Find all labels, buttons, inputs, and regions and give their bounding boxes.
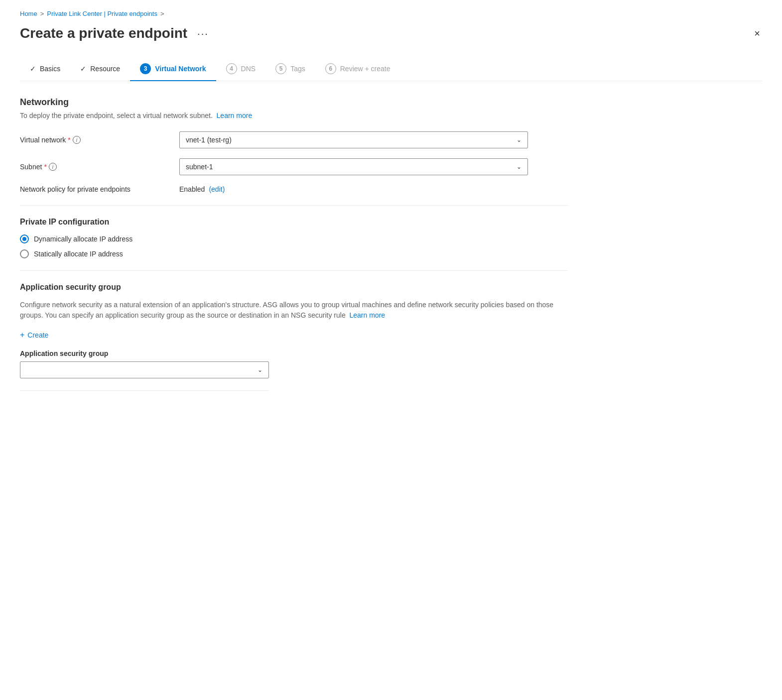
network-policy-value: Enabled bbox=[179, 185, 205, 193]
tab-virtual-network-label: Virtual Network bbox=[155, 65, 206, 73]
networking-desc-text: To deploy the private endpoint, select a… bbox=[20, 112, 213, 119]
tab-tags[interactable]: 5 Tags bbox=[265, 57, 315, 81]
breadcrumb-home[interactable]: Home bbox=[20, 10, 37, 17]
virtual-network-value: vnet-1 (test-rg) bbox=[186, 136, 232, 144]
network-policy-row: Network policy for private endpoints Ena… bbox=[20, 185, 568, 193]
network-policy-value-area: Enabled (edit) bbox=[179, 185, 528, 193]
virtual-network-info-icon[interactable]: i bbox=[73, 136, 81, 144]
subnet-control: subnet-1 ⌄ bbox=[179, 158, 528, 175]
breadcrumb-private-link[interactable]: Private Link Center | Private endpoints bbox=[47, 10, 157, 17]
subnet-required: * bbox=[44, 163, 46, 171]
subnet-info-icon[interactable]: i bbox=[49, 163, 57, 171]
networking-description: To deploy the private endpoint, select a… bbox=[20, 112, 568, 119]
asg-create-label: Create bbox=[27, 331, 48, 339]
breadcrumb-sep1: > bbox=[40, 10, 44, 17]
asg-learn-more[interactable]: Learn more bbox=[350, 311, 386, 319]
asg-description: Configure network security as a natural … bbox=[20, 300, 568, 321]
subnet-row: Subnet * i subnet-1 ⌄ bbox=[20, 158, 568, 175]
page-header: Create a private endpoint ··· × bbox=[20, 25, 762, 41]
virtual-network-dropdown[interactable]: vnet-1 (test-rg) ⌄ bbox=[179, 131, 528, 148]
radio-static-btn[interactable] bbox=[20, 249, 29, 258]
subnet-value: subnet-1 bbox=[186, 163, 213, 171]
private-ip-title: Private IP configuration bbox=[20, 218, 568, 227]
tab-virtual-network[interactable]: 3 Virtual Network bbox=[130, 57, 216, 81]
networking-title: Networking bbox=[20, 97, 568, 108]
divider-2 bbox=[20, 270, 568, 271]
close-button[interactable]: × bbox=[752, 26, 762, 40]
asg-section: Application security group Configure net… bbox=[20, 283, 568, 391]
subnet-chevron-icon: ⌄ bbox=[517, 163, 521, 170]
tab-basics[interactable]: ✓ Basics bbox=[20, 59, 70, 80]
asg-dropdown-container: Application security group ⌄ bbox=[20, 350, 269, 391]
page-title: Create a private endpoint bbox=[20, 25, 187, 41]
more-options-button[interactable]: ··· bbox=[193, 26, 213, 41]
breadcrumb-sep2: > bbox=[160, 10, 164, 17]
network-policy-edit-link[interactable]: (edit) bbox=[209, 185, 225, 193]
virtual-network-label: Virtual network * i bbox=[20, 136, 179, 144]
radio-group-ip: Dynamically allocate IP address Statical… bbox=[20, 234, 568, 258]
resource-check-icon: ✓ bbox=[80, 65, 86, 73]
plus-icon: + bbox=[20, 331, 24, 340]
subnet-label: Subnet * i bbox=[20, 163, 179, 171]
asg-dropdown[interactable]: ⌄ bbox=[20, 361, 269, 378]
dns-number: 4 bbox=[226, 63, 237, 74]
tags-number: 5 bbox=[275, 63, 286, 74]
tab-resource-label: Resource bbox=[90, 65, 120, 73]
radio-dynamic-label: Dynamically allocate IP address bbox=[34, 235, 132, 243]
virtual-network-chevron-icon: ⌄ bbox=[517, 136, 521, 143]
tab-basics-label: Basics bbox=[40, 65, 60, 73]
virtual-network-row: Virtual network * i vnet-1 (test-rg) ⌄ bbox=[20, 131, 568, 148]
radio-dynamic[interactable]: Dynamically allocate IP address bbox=[20, 234, 568, 243]
virtual-network-required: * bbox=[68, 136, 70, 144]
asg-title: Application security group bbox=[20, 283, 568, 292]
networking-learn-more[interactable]: Learn more bbox=[217, 112, 253, 119]
virtual-network-number: 3 bbox=[140, 63, 151, 74]
tab-resource[interactable]: ✓ Resource bbox=[70, 59, 130, 80]
tab-review-create[interactable]: 6 Review + create bbox=[315, 57, 400, 81]
radio-static-label: Statically allocate IP address bbox=[34, 250, 123, 258]
tab-review-create-label: Review + create bbox=[340, 65, 391, 73]
asg-create-button[interactable]: + Create bbox=[20, 331, 48, 340]
review-number: 6 bbox=[325, 63, 336, 74]
subnet-dropdown[interactable]: subnet-1 ⌄ bbox=[179, 158, 528, 175]
asg-chevron-icon: ⌄ bbox=[258, 366, 262, 373]
divider-1 bbox=[20, 205, 568, 206]
asg-field-label: Application security group bbox=[20, 350, 269, 357]
tab-tags-label: Tags bbox=[290, 65, 305, 73]
network-policy-label: Network policy for private endpoints bbox=[20, 185, 179, 193]
breadcrumb: Home > Private Link Center | Private end… bbox=[20, 10, 762, 17]
tab-dns-label: DNS bbox=[241, 65, 256, 73]
radio-static[interactable]: Statically allocate IP address bbox=[20, 249, 568, 258]
content-area: Networking To deploy the private endpoin… bbox=[20, 97, 568, 391]
page-title-area: Create a private endpoint ··· bbox=[20, 25, 213, 41]
tab-dns[interactable]: 4 DNS bbox=[216, 57, 266, 81]
virtual-network-control: vnet-1 (test-rg) ⌄ bbox=[179, 131, 528, 148]
network-policy-control: Enabled (edit) bbox=[179, 185, 528, 193]
wizard-tabs: ✓ Basics ✓ Resource 3 Virtual Network 4 … bbox=[20, 57, 762, 81]
asg-desc-text: Configure network security as a natural … bbox=[20, 301, 553, 319]
radio-dynamic-btn[interactable] bbox=[20, 234, 29, 243]
basics-check-icon: ✓ bbox=[30, 65, 36, 73]
